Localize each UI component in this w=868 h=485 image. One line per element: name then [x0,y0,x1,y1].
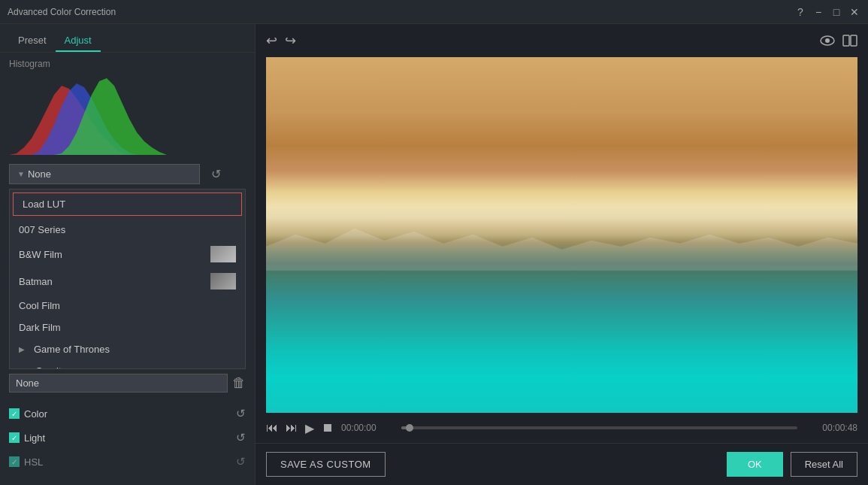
section-list: ✓ Color ↺ ✓ Light ↺ ✓ HSL ↺ [0,397,255,485]
lut-select[interactable]: None [9,374,228,393]
section-item-light[interactable]: ✓ Light ↺ [0,426,255,450]
preset-dropdown-button[interactable]: ▼ None [9,164,200,184]
video-preview [266,57,857,413]
compare-icon [842,35,857,47]
reset-all-button[interactable]: Reset All [791,452,857,477]
video-toolbar: ↩ ↪ [256,24,868,57]
tab-preset[interactable]: Preset [9,30,56,52]
expand-icon: ▶ [19,345,25,353]
light-checkbox[interactable]: ✓ [9,432,20,443]
dropdown-item-bw-film[interactable]: B&W Film [10,241,245,268]
preset-dropdown-area: ▼ None ↺ [0,159,255,189]
help-button[interactable]: ? [794,6,806,18]
eye-button[interactable] [820,35,835,47]
dropdown-list[interactable]: Load LUT 007 Series B&W Film Batman Cool… [9,189,246,369]
video-controls: ⏮ ⏭ ▶ ⏹ 00:00:00 00:00:48 [256,413,868,443]
bottom-bar: SAVE AS CUSTOM OK Reset All [256,443,868,485]
step-back-button[interactable]: ⏭ [286,421,298,435]
histogram-canvas [9,72,219,155]
color-checkbox[interactable]: ✓ [9,408,20,419]
dropdown-item-007-series[interactable]: 007 Series [10,219,245,241]
preview-swatch-batman [210,273,236,289]
preset-reset-button[interactable]: ↺ [207,166,224,183]
lut-select-row: None 🗑 [0,369,255,397]
dropdown-item-gravity[interactable]: ▼ Gravity [10,360,245,369]
load-lut-label: Load LUT [23,199,65,210]
title-bar: Advanced Color Correction ? − □ ✕ [0,0,868,24]
current-time: 00:00:00 [341,423,394,433]
minimize-button[interactable]: − [812,6,824,18]
hsl-label: HSL [24,456,43,468]
svg-point-1 [825,38,830,43]
svg-rect-2 [843,35,849,46]
left-panel: Preset Adjust Histogram [0,24,256,485]
play-button[interactable]: ▶ [305,421,314,435]
tab-adjust[interactable]: Adjust [56,30,101,52]
toolbar-left: ↩ ↪ [266,32,296,49]
dropdown-item-batman[interactable]: Batman [10,268,245,295]
title-bar-controls: ? − □ ✕ [794,6,860,18]
save-as-custom-button[interactable]: SAVE AS CUSTOM [266,452,386,477]
total-time: 00:00:48 [805,423,857,433]
delete-lut-button[interactable]: 🗑 [232,375,246,391]
hsl-reset-button[interactable]: ↺ [236,455,246,468]
dropdown-item-dark-film[interactable]: Dark Film [10,317,245,338]
maximize-button[interactable]: □ [830,6,842,18]
preview-swatch-bw-film [210,246,236,262]
action-buttons: OK Reset All [727,452,857,477]
title-bar-left: Advanced Color Correction [8,7,116,17]
item-label-bw-film: B&W Film [19,249,62,260]
item-label-007-series: 007 Series [19,224,65,235]
item-label-game-of-thrones: Game of Thrones [34,344,110,355]
svg-rect-3 [851,35,857,46]
light-reset-button[interactable]: ↺ [236,431,246,444]
section-item-color[interactable]: ✓ Color ↺ [0,402,255,426]
stop-button[interactable]: ⏹ [322,421,334,435]
close-button[interactable]: ✕ [848,6,860,18]
dropdown-item-game-of-thrones[interactable]: ▶ Game of Thrones [10,338,245,360]
tabs: Preset Adjust [0,24,255,53]
histogram-svg [9,72,219,155]
redo-button[interactable]: ↪ [285,32,296,49]
window-title: Advanced Color Correction [8,7,116,17]
item-label-batman: Batman [19,276,53,287]
progress-bar[interactable] [401,426,797,429]
histogram-section: Histogram [0,53,255,159]
color-label: Color [24,408,47,420]
toolbar-right [820,35,857,47]
ok-button[interactable]: OK [727,452,783,477]
preset-header-row: ▼ None ↺ [9,164,246,184]
undo-button[interactable]: ↩ [266,32,277,49]
item-label-dark-film: Dark Film [19,322,61,333]
section-item-hsl[interactable]: ✓ HSL ↺ [0,450,255,474]
progress-dot [406,424,413,432]
histogram-label: Histogram [9,59,246,69]
compare-button[interactable] [842,35,857,47]
main-layout: Preset Adjust Histogram [0,24,868,485]
item-label-cool-film: Cool Film [19,300,60,311]
skip-back-button[interactable]: ⏮ [266,421,278,435]
right-panel: ↩ ↪ [256,24,868,485]
eye-icon [820,35,835,46]
hsl-checkbox[interactable]: ✓ [9,456,20,467]
color-reset-button[interactable]: ↺ [236,407,246,420]
light-label: Light [24,432,45,444]
dropdown-item-cool-film[interactable]: Cool Film [10,295,245,317]
dropdown-arrow-icon: ▼ [17,170,25,178]
dropdown-item-load-lut[interactable]: Load LUT [13,192,242,216]
preset-selected-value: None [28,168,51,180]
